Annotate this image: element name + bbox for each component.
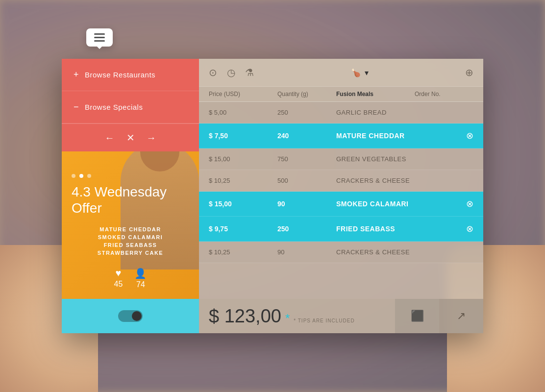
flask-icon[interactable]: ⚗: [245, 67, 254, 78]
checkout-icon: ⬛: [411, 310, 424, 322]
dot-1[interactable]: [72, 174, 75, 178]
menu-item-4: STRAWBERRY CAKE: [72, 250, 189, 256]
dot-2[interactable]: [79, 174, 83, 178]
price-cell: $ 5,00: [209, 109, 277, 116]
nav-section: + Browse Restaurants − Browse Specials ←…: [62, 59, 199, 151]
next-button[interactable]: →: [147, 132, 156, 144]
burger-menu-tooltip[interactable]: [86, 28, 113, 47]
chicken-icon: 🍗: [351, 68, 361, 77]
burger-icon: [94, 33, 105, 42]
likes-count: 45: [114, 280, 123, 289]
qty-cell: 90: [277, 200, 336, 208]
meal-cell: MATURE CHEDDAR: [336, 132, 415, 140]
checkout-button[interactable]: ⬛: [395, 299, 439, 333]
asterisk: *: [285, 312, 290, 325]
person-icon: 👤: [134, 268, 147, 279]
qty-cell: 90: [277, 248, 336, 256]
meal-cell: GREEN VEGETABLES: [336, 155, 415, 163]
right-panel: ⊙ ◷ ⚗ 🍗 ▾ ⊕ Price (USD) Quantity (g) Fus…: [199, 59, 483, 333]
table-row: $ 15,00 750 GREEN VEGETABLES: [199, 148, 483, 170]
price-cell: $ 7,50: [209, 132, 277, 140]
meal-type-selector[interactable]: 🍗 ▾: [351, 68, 369, 77]
expand-icon: ↗: [457, 310, 466, 322]
remove-button[interactable]: ⊗: [466, 223, 473, 234]
toggle-thumb: [132, 311, 142, 321]
table-body: $ 5,00 250 GARLIC BREAD $ 7,50 240 MATUR…: [199, 102, 483, 299]
toggle-switch[interactable]: [118, 310, 143, 322]
menu-item-1: MATURE CHEDDAR: [72, 226, 189, 232]
download-icon[interactable]: ⊙: [209, 67, 217, 78]
table-header: ⊙ ◷ ⚗ 🍗 ▾ ⊕: [199, 59, 483, 87]
likes-stat: ♥ 45: [114, 268, 123, 289]
price-cell: $ 15,00: [209, 155, 277, 163]
meal-cell: GARLIC BREAD: [336, 109, 415, 116]
table-row: $ 10,25 90 CRACKERS & CHEESE: [199, 242, 483, 263]
price-cell: $ 9,75: [209, 225, 277, 233]
col-quantity: Quantity (g): [277, 91, 336, 98]
remove-button[interactable]: ⊗: [466, 130, 473, 141]
clock-icon[interactable]: ◷: [227, 67, 235, 78]
meal-cell: FRIED SEABASS: [336, 225, 415, 233]
remove-button[interactable]: ⊗: [466, 198, 473, 209]
col-price: Price (USD): [209, 91, 277, 98]
return-button[interactable]: ⊕: [465, 67, 473, 78]
browse-specials-item[interactable]: − Browse Specials: [62, 91, 199, 123]
menu-item-3: FRIED SEABASS: [72, 242, 189, 248]
stats-row: ♥ 45 👤 74: [72, 268, 189, 289]
col-meal: Fusion Meals: [336, 91, 415, 98]
meal-cell: SMOKED CALAMARI: [336, 200, 415, 208]
qty-cell: 250: [277, 109, 336, 116]
total-section: $ 123,00 * * TIPS ARE INCLUDED: [199, 306, 395, 327]
qty-cell: 500: [277, 177, 336, 184]
browse-restaurants-item[interactable]: + Browse Restaurants: [62, 59, 199, 91]
menu-items-list: MATURE CHEDDAR SMOKED CALAMARI FRIED SEA…: [72, 226, 189, 258]
table-row: $ 5,00 250 GARLIC BREAD: [199, 102, 483, 123]
followers-count: 74: [136, 280, 145, 289]
price-cell: $ 10,25: [209, 248, 277, 256]
browse-restaurants-label: Browse Restaurants: [85, 71, 155, 79]
qty-cell: 750: [277, 155, 336, 163]
offer-title: 4.3 Wednesday Offer: [72, 184, 189, 217]
price-cell: $ 15,00: [209, 200, 277, 208]
qty-cell: 250: [277, 225, 336, 233]
close-button[interactable]: ✕: [126, 132, 135, 144]
heart-icon: ♥: [116, 268, 122, 279]
col-order: Order No.: [415, 91, 473, 98]
expand-button[interactable]: ↗: [439, 299, 483, 333]
plus-icon: +: [74, 70, 79, 80]
tips-note: * TIPS ARE INCLUDED: [294, 318, 354, 323]
followers-stat: 👤 74: [134, 268, 147, 289]
bottom-right-bar: $ 123,00 * * TIPS ARE INCLUDED ⬛ ↗: [199, 299, 483, 333]
browse-specials-label: Browse Specials: [85, 103, 143, 111]
special-card: 4.3 Wednesday Offer MATURE CHEDDAR SMOKE…: [62, 151, 199, 299]
dropdown-arrow: ▾: [365, 68, 369, 77]
left-panel: + Browse Restaurants − Browse Specials ←…: [62, 59, 199, 333]
menu-item-2: SMOKED CALAMARI: [72, 234, 189, 240]
table-row[interactable]: $ 7,50 240 MATURE CHEDDAR ⊗: [199, 123, 483, 148]
meal-cell: CRACKERS & CHEESE: [336, 248, 415, 256]
dot-3[interactable]: [87, 174, 91, 178]
table-row: $ 10,25 500 CRACKERS & CHEESE: [199, 170, 483, 192]
total-amount: $ 123,00: [209, 306, 281, 327]
bottom-left-bar: [62, 299, 199, 333]
meal-cell: CRACKERS & CHEESE: [336, 177, 415, 184]
price-cell: $ 10,25: [209, 177, 277, 184]
minus-icon: −: [74, 102, 79, 112]
carousel-dots: [72, 174, 189, 178]
column-headers: Price (USD) Quantity (g) Fusion Meals Or…: [199, 87, 483, 102]
qty-cell: 240: [277, 132, 336, 140]
table-row[interactable]: $ 9,75 250 FRIED SEABASS ⊗: [199, 217, 483, 242]
table-row[interactable]: $ 15,00 90 SMOKED CALAMARI ⊗: [199, 192, 483, 217]
main-container: + Browse Restaurants − Browse Specials ←…: [62, 59, 483, 333]
prev-button[interactable]: ←: [105, 132, 115, 144]
nav-controls: ← ✕ →: [62, 123, 199, 151]
